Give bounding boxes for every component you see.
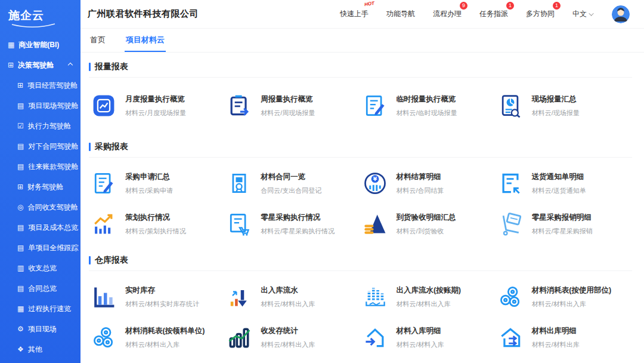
card-weekly-volume-overview[interactable]: 周报量执行概览材料云/周现场报量 <box>225 90 361 122</box>
card-subtitle: 材料云/零星采购执行情况 <box>261 227 335 236</box>
section-title: 采购报表 <box>95 141 128 152</box>
card-receive-send-stock-stats[interactable]: 收发存统计材料云/材料出入库 <box>225 321 361 353</box>
material-outbound-icon <box>497 324 524 351</box>
nav-process-handling[interactable]: 流程办理 9 <box>433 9 462 19</box>
card-subtitle: 材料云/材料出入库 <box>261 340 315 349</box>
card-material-settlement-detail[interactable]: 材料结算明细材料云/合同结算 <box>361 167 497 199</box>
card-inout-flow-by-period[interactable]: 出入库流水(按账期)材料云/材料出入库 <box>361 281 497 313</box>
card-subtitle: 材料云/材料出入库 <box>125 340 205 349</box>
card-title: 材料消耗表(按使用部位) <box>532 285 611 296</box>
sidebar-item-project-site-cockpit[interactable]: ▤ 项目现场驾驶舱 <box>0 96 80 116</box>
sidebar-item-finance-cockpit[interactable]: ⊞ 财务驾驶舱 <box>0 177 80 197</box>
sidebar-item-contract-overview[interactable]: ▤ 合同总览 <box>0 278 80 299</box>
sidebar-item-label: 项目经营驾驶舱 <box>27 81 78 91</box>
card-title: 材料结算明细 <box>397 172 444 182</box>
card-delivery-notice-detail[interactable]: 送货通知单明细材料云/送货通知单 <box>497 167 632 199</box>
card-title: 材料消耗表(按领料单位) <box>125 326 205 336</box>
monthly-volume-overview-icon <box>90 92 117 119</box>
card-material-outbound-detail[interactable]: 材料出库明细材料云/材料出库 <box>497 321 632 353</box>
card-inout-flow[interactable]: 出入库流水材料云/材料出入库 <box>225 281 361 313</box>
card-petty-purchase-reimburse-detail[interactable]: 零星采购报销明细材料云/零星采购报销 <box>497 208 632 240</box>
card-title: 材料出库明细 <box>532 326 580 336</box>
delivery-notice-icon <box>497 170 524 197</box>
card-planning-execution[interactable]: 策划执行情况材料云/策划执行情况 <box>90 208 225 240</box>
section-title: 报量报表 <box>95 61 128 72</box>
card-subtitle: 材料云/送货通知单 <box>532 186 586 195</box>
card-petty-purchase-execution[interactable]: 零星采购执行情况材料云/零星采购执行情况 <box>225 208 361 240</box>
consumption-by-unit-icon <box>90 324 117 351</box>
sidebar-item-label: 其他 <box>28 344 42 355</box>
notification-badge: 9 <box>460 2 467 10</box>
card-grid: 采购申请汇总材料云/采购申请 材料合同一览合同云/支出合同登记 材料结算明细材料… <box>89 158 632 246</box>
card-subtitle: 材料云/月度现场报量 <box>125 109 186 118</box>
top-header: 广州联君软件科技有限公司 快速上手 HOT 功能导航 流程办理 9 任务指派 1 <box>80 0 644 29</box>
sidebar-item-income-expense-overview[interactable]: ▥ 收支总览 <box>0 258 80 278</box>
nav-multi-party-collaboration[interactable]: 多方协同 1 <box>526 9 555 19</box>
section-purchase-reports: 采购报表 采购申请汇总材料云/采购申请 材料合同一览合同云/支出合同登记 材料结… <box>89 140 632 246</box>
section-header: 采购报表 <box>89 140 632 153</box>
sidebar-item-sub-contract-cockpit[interactable]: ▤ 对下合同驾驶舱 <box>0 136 80 156</box>
sidebar-item-account-cockpit[interactable]: ▤ 往来账款驾驶舱 <box>0 156 80 177</box>
card-consumption-by-pick-unit[interactable]: 材料消耗表(按领料单位)材料云/材料出入库 <box>90 321 225 353</box>
card-consumption-by-use-part[interactable]: 材料消耗表(按使用部位)材料云/材料出入库 <box>497 281 632 313</box>
card-title: 零星采购报销明细 <box>532 213 593 223</box>
planning-execution-icon <box>90 210 117 238</box>
sidebar-item-label: 项目现场驾驶舱 <box>28 101 78 111</box>
card-title: 收发存统计 <box>261 326 315 336</box>
sidebar-item-label: 对下合同驾驶舱 <box>28 141 78 152</box>
sidebar-item-label: 收支总览 <box>28 263 57 273</box>
card-monthly-volume-overview[interactable]: 月度报量执行概览材料云/月度现场报量 <box>90 90 225 122</box>
tab-project-material-cloud[interactable]: 项目材料云 <box>125 29 166 52</box>
arrival-inspection-icon <box>361 210 389 238</box>
window-icon: ▦ <box>17 304 24 313</box>
card-material-contract-list[interactable]: 材料合同一览合同云/支出合同登记 <box>225 167 361 199</box>
user-avatar[interactable] <box>612 5 630 23</box>
card-subtitle: 合同云/支出合同登记 <box>261 186 321 195</box>
diamond-icon: ❖ <box>17 345 24 353</box>
card-purchase-request-summary[interactable]: 采购申请汇总材料云/采购申请 <box>90 167 225 199</box>
receive-send-stock-icon <box>225 324 253 351</box>
card-subtitle: 材料云/材料实时库存统计 <box>125 300 199 309</box>
sidebar-item-business-intelligence[interactable]: ▦ 商业智能(BI) <box>0 35 80 55</box>
inout-flow-icon <box>225 283 253 310</box>
card-subtitle: 材料云/到货验收 <box>397 227 456 236</box>
petty-reimburse-icon <box>497 210 524 238</box>
card-realtime-inventory[interactable]: 实时库存材料云/材料实时库存统计 <box>90 281 225 313</box>
card-title: 现场报量汇总 <box>532 94 580 104</box>
card-subtitle: 材料云/零星采购报销 <box>532 227 593 236</box>
card-subtitle: 材料云/材料入库 <box>397 340 444 349</box>
logo-text: 施企云 <box>8 9 44 21</box>
sidebar-item-process-execution-overview[interactable]: ▦ 过程执行速览 <box>0 299 80 319</box>
language-selector[interactable]: 中文 <box>572 9 594 19</box>
tab-home[interactable]: 首页 <box>89 29 107 52</box>
sidebar-item-project-cost-overview[interactable]: ▤ 项目及成本总览 <box>0 217 80 238</box>
card-site-volume-summary[interactable]: 现场报量汇总材料云/现场报量 <box>497 90 632 122</box>
doc-icon: ▤ <box>17 284 24 293</box>
chevron-down-icon <box>589 11 593 16</box>
nav-quick-start[interactable]: 快速上手 HOT <box>340 9 369 19</box>
card-material-inbound-detail[interactable]: 材料入库明细材料云/材料入库 <box>361 321 497 353</box>
sidebar-item-other[interactable]: ❖ 其他 <box>0 339 80 359</box>
nav-feature-navigation[interactable]: 功能导航 <box>386 9 415 19</box>
doc-icon: ▤ <box>17 142 24 150</box>
sidebar-item-project-operation-cockpit[interactable]: ⊞ 项目经营驾驶舱 <box>0 75 80 96</box>
sidebar-item-execution-cockpit[interactable]: ☑ 执行力驾驶舱 <box>0 116 80 136</box>
grid-icon: ⊞ <box>17 81 23 90</box>
section-header: 报量报表 <box>89 60 632 73</box>
sidebar-item-contract-income-cockpit[interactable]: ◎ 合同收支驾驶舱 <box>0 197 80 217</box>
nav-task-assignment[interactable]: 任务指派 1 <box>479 9 508 19</box>
nav-label: 快速上手 <box>340 10 369 18</box>
sidebar-item-label: 项目及成本总览 <box>28 223 78 233</box>
sidebar-item-single-project-tracking[interactable]: ▤ 单项目全维跟踪 <box>0 238 80 258</box>
sidebar-item-label: 商业智能(BI) <box>18 40 59 50</box>
gear-icon: ⚙ <box>17 325 24 333</box>
doc-icon: ▤ <box>17 101 24 110</box>
section-accent-bar <box>89 63 91 71</box>
card-title: 临时报量执行概览 <box>397 94 457 104</box>
card-temp-volume-overview[interactable]: 临时报量执行概览材料云/临时现场报量 <box>361 90 497 122</box>
sidebar-item-decision-cockpit[interactable]: ⊞ 决策驾驶舱 <box>0 55 80 75</box>
sidebar: 施企云 ▦ 商业智能(BI) ⊞ 决策驾驶舱 ⊞ 项目经营驾驶舱 ▤ 项目现场驾… <box>0 0 80 363</box>
card-arrival-inspection-summary[interactable]: 到货验收明细汇总材料云/到货验收 <box>361 208 497 240</box>
sidebar-item-project-site[interactable]: ⚙ 项目现场 <box>0 319 80 339</box>
hot-flame-icon: HOT <box>364 1 375 7</box>
